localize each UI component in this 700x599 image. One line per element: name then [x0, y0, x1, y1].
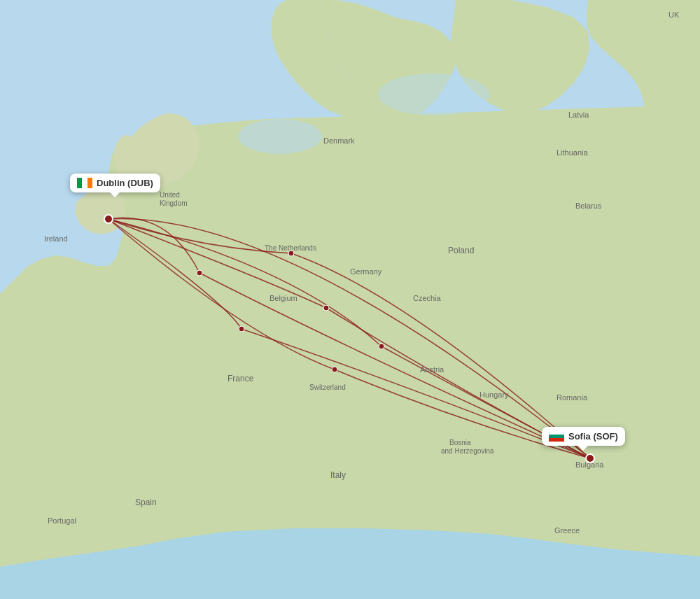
svg-rect-40 — [549, 435, 564, 438]
sofia-tooltip: Sofia (SOF) — [542, 427, 625, 446]
svg-rect-39 — [549, 431, 564, 435]
svg-rect-37 — [82, 178, 88, 188]
svg-text:Switzerland: Switzerland — [309, 383, 346, 391]
bulgaria-flag-icon — [549, 431, 564, 442]
svg-point-34 — [104, 215, 113, 223]
svg-text:UK: UK — [668, 10, 680, 19]
svg-text:Romania: Romania — [556, 393, 588, 402]
svg-text:Lithuania: Lithuania — [556, 148, 589, 157]
svg-text:Portugal: Portugal — [48, 516, 76, 525]
svg-text:and Herzegovina: and Herzegovina — [441, 447, 494, 455]
svg-point-29 — [239, 326, 244, 332]
dublin-tooltip: Dublin (DUB) — [70, 174, 160, 192]
svg-text:Czechia: Czechia — [413, 294, 442, 302]
svg-point-35 — [586, 454, 594, 463]
svg-text:Latvia: Latvia — [568, 111, 589, 119]
svg-point-33 — [379, 344, 384, 349]
svg-point-1 — [238, 119, 322, 154]
svg-text:Poland: Poland — [448, 246, 474, 255]
svg-point-32 — [332, 367, 337, 372]
svg-text:Belarus: Belarus — [575, 202, 602, 210]
svg-text:Belgium: Belgium — [270, 294, 298, 302]
svg-point-31 — [323, 305, 329, 311]
svg-rect-36 — [77, 178, 82, 188]
svg-text:Austria: Austria — [420, 365, 444, 374]
sofia-label: Sofia (SOF) — [568, 431, 618, 442]
svg-text:United: United — [160, 191, 180, 199]
svg-text:Italy: Italy — [330, 470, 346, 480]
svg-point-2 — [378, 73, 490, 115]
svg-text:Denmark: Denmark — [323, 136, 355, 145]
svg-text:Kingdom: Kingdom — [160, 199, 187, 207]
svg-text:Germany: Germany — [350, 267, 382, 276]
map-container: Ireland United Kingdom Denmark The Nethe… — [0, 0, 700, 599]
svg-text:Spain: Spain — [135, 498, 157, 507]
svg-text:Greece: Greece — [554, 526, 580, 535]
svg-rect-41 — [549, 438, 564, 442]
svg-point-30 — [288, 251, 294, 256]
map-svg: Ireland United Kingdom Denmark The Nethe… — [0, 0, 700, 599]
svg-point-28 — [197, 270, 202, 276]
svg-text:Ireland: Ireland — [44, 234, 68, 243]
svg-rect-38 — [88, 178, 92, 188]
svg-text:Bosnia: Bosnia — [449, 439, 471, 446]
ireland-flag-icon — [77, 178, 92, 188]
svg-text:Hungary: Hungary — [479, 390, 509, 399]
svg-text:France: France — [227, 374, 254, 383]
dublin-label: Dublin (DUB) — [97, 178, 153, 188]
